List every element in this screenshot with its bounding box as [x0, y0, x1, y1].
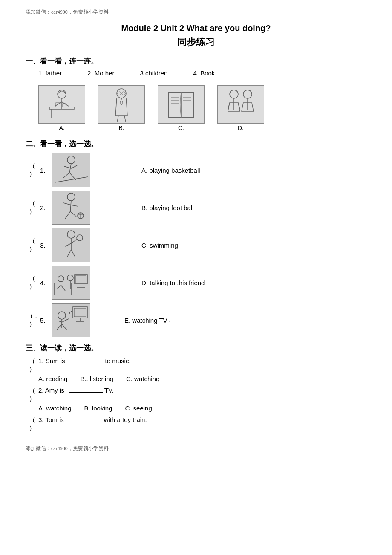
svg-rect-73: [52, 304, 90, 337]
match-image-1: [52, 153, 90, 187]
svg-rect-61: [52, 266, 90, 299]
watermark-bottom: 添加微信：car4900，免费领小学资料: [26, 445, 366, 452]
section1-title: 一、看一看，连一连。: [26, 56, 366, 66]
match-row-3: （ ） 3. C. swimming: [26, 228, 366, 262]
match-row-2: （ ） 2. B. playing foot ball: [26, 191, 366, 225]
option-1b: B.. listening: [80, 375, 113, 382]
section1-images: A.: [38, 85, 366, 131]
option-1a: A. reading: [38, 375, 67, 382]
option-2b: B. looking: [84, 405, 112, 412]
blank-1: [69, 363, 104, 363]
image-box-b: B.: [98, 85, 145, 131]
main-title: Module 2 Unit 2 What are you doing?: [26, 23, 366, 33]
read-after-1: to music.: [105, 357, 131, 364]
watermark-top: 添加微信：car4900，免费领小学资料: [26, 9, 366, 16]
label-d: D.: [238, 124, 244, 131]
read-text-3: 3. Tom is: [38, 416, 64, 423]
options-row-2: A. watching B. looking C. seeing: [38, 405, 366, 412]
read-row-2: （ ） 2. Amy is TV.: [26, 387, 366, 403]
match-row-5: （ . ） 5. E. watching TV: [26, 303, 366, 337]
word-2: 2. Mother: [87, 69, 114, 77]
read-bracket-1: （ ）: [26, 357, 38, 373]
svg-rect-43: [52, 191, 90, 224]
svg-point-84: [69, 312, 70, 314]
bracket-1: （ ）: [26, 162, 38, 178]
section2-title: 二、看一看，选一选。: [26, 139, 366, 149]
read-row-1: （ ） 1. Sam is to music.: [26, 357, 366, 373]
word-1: 1. father: [38, 69, 62, 77]
option-2: B. playing foot ball: [141, 204, 194, 211]
label-a: A.: [59, 124, 64, 131]
blank-3: [68, 422, 102, 422]
read-row-3: （ ） 3. Tom is with a toy train.: [26, 416, 366, 432]
word-4: 4. Book: [193, 69, 215, 77]
option-5: E. watching TV: [124, 317, 167, 324]
section3-title: 三、读一读，选一选。: [26, 343, 366, 353]
num-3: 3.: [40, 242, 49, 249]
label-c: C.: [178, 124, 184, 131]
image-d: [217, 85, 264, 124]
match-image-5: [52, 303, 90, 337]
section1-words: 1. father 2. Mother 3.children 4. Book: [38, 69, 366, 77]
section2-items: （ ） 1. A. playing basketball （ ） 2.: [26, 153, 366, 337]
read-text-2: 2. Amy is: [38, 387, 64, 394]
image-box-a: A.: [38, 85, 85, 131]
num-1: 1.: [40, 167, 49, 174]
bracket-4: （ ）: [26, 275, 38, 291]
section3-items: （ ） 1. Sam is to music. A. reading B.. l…: [26, 357, 366, 432]
period-5: .: [169, 317, 171, 324]
option-1: A. playing basketball: [141, 167, 200, 174]
match-row-1: （ ） 1. A. playing basketball: [26, 153, 366, 187]
svg-rect-28: [218, 86, 264, 123]
options-row-1: A. reading B.. listening C. watching: [38, 375, 366, 382]
bracket-2: （ ）: [26, 199, 38, 216]
image-c: [158, 85, 205, 124]
read-bracket-3: （ ）: [26, 416, 38, 432]
label-b: B.: [118, 124, 124, 131]
option-1c: C. watching: [126, 375, 159, 382]
num-5: 5.: [40, 317, 49, 324]
option-3: C. swimming: [141, 242, 178, 249]
blank-2: [69, 392, 103, 393]
bracket-3: （ ）: [26, 237, 38, 253]
svg-point-85: [71, 311, 72, 312]
sub-title: 同步练习: [26, 36, 366, 49]
num-2: 2.: [40, 204, 49, 211]
match-row-4: （ ） 4. D. talking to .: [26, 266, 366, 300]
image-b: [98, 85, 145, 124]
match-image-4: [52, 266, 90, 300]
match-image-3: [52, 228, 90, 262]
read-text-1: 1. Sam is: [38, 357, 65, 364]
read-after-3: with a toy train.: [104, 416, 147, 423]
image-a: [38, 85, 85, 124]
match-image-2: [52, 191, 90, 225]
image-box-c: C.: [158, 85, 205, 131]
option-2a: A. watching: [38, 405, 72, 412]
option-4: D. talking to .his friend: [141, 279, 205, 286]
word-3: 3.children: [140, 69, 167, 77]
image-box-d: D.: [217, 85, 264, 131]
option-2c: C. seeing: [125, 405, 152, 412]
svg-rect-10: [98, 86, 144, 123]
bracket-5: （ . ）: [26, 312, 38, 328]
num-4: 4.: [40, 279, 49, 286]
read-bracket-2: （ ）: [26, 387, 38, 403]
read-after-2: TV.: [104, 387, 114, 394]
